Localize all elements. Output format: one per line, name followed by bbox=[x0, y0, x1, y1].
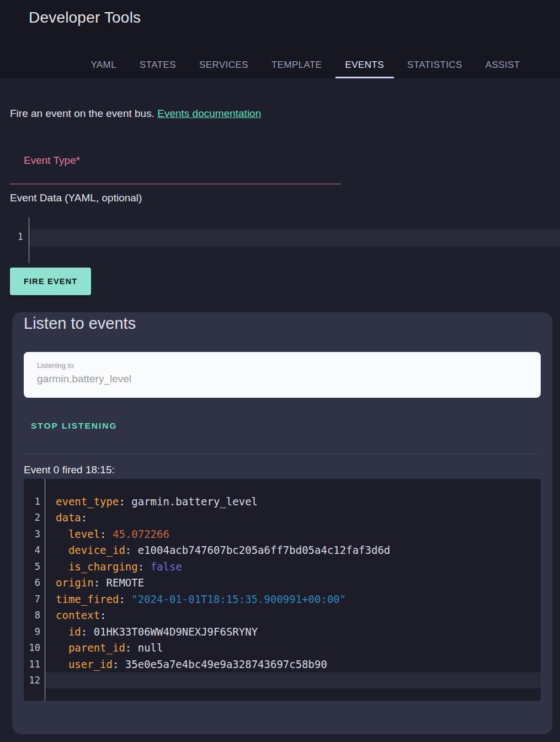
tab-template[interactable]: TEMPLATE bbox=[262, 52, 332, 78]
listen-to-events-card: Listen to events Listening to garmin.bat… bbox=[12, 312, 552, 734]
code-line-content: parent_id: null bbox=[45, 640, 541, 656]
code-line-number: 10 bbox=[24, 642, 40, 653]
app-header: Developer Tools YAML STATES SERVICES TEM… bbox=[0, 0, 560, 78]
code-line-2: 2data: bbox=[24, 510, 541, 526]
code-line-content: id: 01HK33T06WW4D9NEXJ9F6SRYNY bbox=[45, 623, 541, 640]
stop-listening-button[interactable]: STOP LISTENING bbox=[24, 420, 118, 431]
code-line-number: 7 bbox=[24, 594, 40, 605]
code-gutter-line bbox=[45, 479, 45, 701]
code-line-9: 9 id: 01HK33T06WW4D9NEXJ9F6SRYNY bbox=[24, 623, 541, 640]
tab-assist[interactable]: ASSIST bbox=[476, 52, 530, 78]
code-line-8: 8context: bbox=[24, 607, 541, 624]
code-line-content bbox=[45, 672, 541, 689]
listening-to-input[interactable]: Listening to garmin.battery_level bbox=[24, 352, 541, 398]
tab-yaml[interactable]: YAML bbox=[81, 52, 126, 78]
code-line-content: user_id: 35e0e5a7e4bc49e9a328743697c58b9… bbox=[45, 656, 541, 672]
code-line-6: 6origin: REMOTE bbox=[24, 575, 541, 591]
developer-tools-page: Developer Tools YAML STATES SERVICES TEM… bbox=[0, 0, 560, 742]
fire-event-button[interactable]: FIRE EVENT bbox=[10, 268, 91, 295]
editor-active-line bbox=[29, 229, 560, 247]
editor-gutter-line bbox=[29, 217, 29, 263]
code-line-content: origin: REMOTE bbox=[45, 575, 541, 591]
code-line-1: 1event_type: garmin.battery_level bbox=[24, 493, 541, 510]
tab-states[interactable]: STATES bbox=[130, 52, 186, 78]
event-code-lines: 1event_type: garmin.battery_level2data:3… bbox=[24, 479, 541, 688]
event-type-field[interactable]: Event Type* bbox=[10, 154, 341, 184]
code-line-number: 4 bbox=[24, 545, 40, 556]
event-output-code-block: 1event_type: garmin.battery_level2data:3… bbox=[24, 479, 541, 701]
code-line-12: 12 bbox=[24, 672, 541, 689]
event-type-underline bbox=[10, 184, 341, 184]
code-line-content: context: bbox=[45, 607, 541, 624]
events-documentation-link[interactable]: Events documentation bbox=[157, 108, 261, 119]
event-type-label: Event Type* bbox=[10, 154, 341, 167]
code-line-number: 1 bbox=[24, 496, 40, 507]
event-fired-header: Event 0 fired 18:15: bbox=[24, 463, 541, 477]
tab-events[interactable]: EVENTS bbox=[335, 52, 394, 78]
code-line-number: 3 bbox=[24, 529, 40, 540]
code-line-number: 6 bbox=[24, 577, 40, 588]
editor-line-number: 1 bbox=[10, 231, 23, 242]
code-line-content: data: bbox=[45, 510, 541, 526]
fire-event-description: Fire an event on the event bus. Events d… bbox=[10, 106, 560, 121]
page-title: Developer Tools bbox=[0, 0, 560, 26]
code-line-content: level: 45.072266 bbox=[45, 526, 541, 542]
code-line-number: 11 bbox=[24, 659, 40, 670]
code-line-content: is_charging: false bbox=[45, 558, 541, 575]
description-text: Fire an event on the event bus. bbox=[10, 108, 154, 119]
code-line-number: 8 bbox=[24, 610, 40, 621]
listening-to-label: Listening to bbox=[37, 361, 527, 370]
code-line-number: 2 bbox=[24, 512, 40, 523]
tab-statistics[interactable]: STATISTICS bbox=[397, 52, 472, 78]
tab-bar: YAML STATES SERVICES TEMPLATE EVENTS STA… bbox=[25, 52, 560, 78]
code-line-7: 7time_fired: "2024-01-01T18:15:35.900991… bbox=[24, 591, 541, 607]
event-data-editor[interactable]: 1 bbox=[10, 217, 560, 263]
code-line-number: 5 bbox=[24, 561, 40, 572]
code-line-11: 11 user_id: 35e0e5a7e4bc49e9a328743697c5… bbox=[24, 656, 541, 672]
listening-to-value: garmin.battery_level bbox=[37, 372, 527, 386]
listen-card-title: Listen to events bbox=[24, 312, 541, 334]
tab-services[interactable]: SERVICES bbox=[189, 52, 258, 78]
event-data-label: Event Data (YAML, optional) bbox=[10, 191, 560, 205]
code-line-number: 12 bbox=[24, 675, 40, 686]
card-divider bbox=[24, 453, 541, 454]
code-line-content: device_id: e1004acb747607bc205a6ff7bd05a… bbox=[45, 542, 541, 559]
code-line-10: 10 parent_id: null bbox=[24, 640, 541, 656]
code-line-number: 9 bbox=[24, 626, 40, 637]
code-line-content: time_fired: "2024-01-01T18:15:35.900991+… bbox=[45, 591, 541, 607]
code-line-5: 5 is_charging: false bbox=[24, 558, 541, 575]
code-line-4: 4 device_id: e1004acb747607bc205a6ff7bd0… bbox=[24, 542, 541, 559]
code-line-3: 3 level: 45.072266 bbox=[24, 526, 541, 542]
code-line-content: event_type: garmin.battery_level bbox=[45, 493, 541, 510]
